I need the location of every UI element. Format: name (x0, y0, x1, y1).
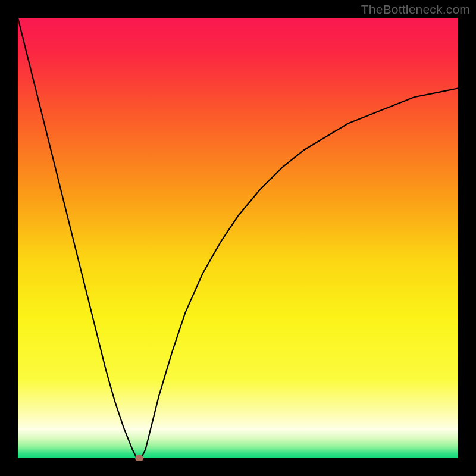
bottleneck-curve (18, 18, 458, 458)
attribution-label: TheBottleneck.com (361, 2, 470, 17)
minimum-marker (135, 455, 143, 461)
chart-frame: TheBottleneck.com (0, 0, 476, 476)
plot-area (18, 18, 458, 458)
